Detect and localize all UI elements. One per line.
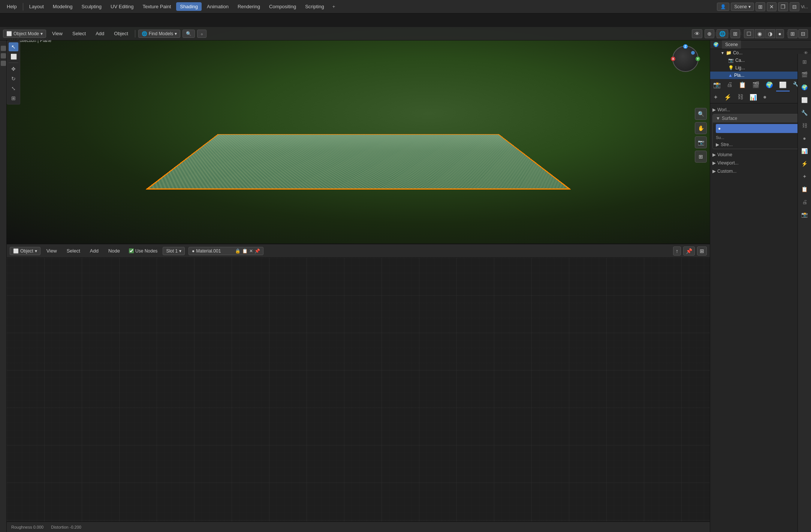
menu-animation[interactable]: Animation xyxy=(203,2,232,11)
scene-section[interactable]: ▶ Worl... xyxy=(712,106,809,114)
nav-y-axis[interactable]: Y xyxy=(696,57,700,61)
world-props-icon[interactable]: 🌍 xyxy=(763,79,776,91)
active-material-bar[interactable]: ● xyxy=(716,124,805,133)
material-props-icon[interactable]: ● xyxy=(760,91,770,103)
strip-icon-10[interactable]: ✦ xyxy=(800,172,810,181)
strip-icon-6[interactable]: ⛓ xyxy=(800,121,810,130)
viewport-options-button[interactable]: ⬦ xyxy=(197,30,206,38)
navigation-orb[interactable]: Z X Y xyxy=(672,46,702,76)
viewport-snap-button[interactable]: 🌐 xyxy=(717,29,728,38)
wireframe-mode-button[interactable]: ☐ xyxy=(744,29,754,38)
node-select-menu[interactable]: Select xyxy=(63,247,84,255)
rotate-tool[interactable]: ↻ xyxy=(9,74,18,83)
menu-sculpting[interactable]: Sculpting xyxy=(78,2,105,11)
move-tool[interactable]: ✥ xyxy=(9,64,18,73)
menu-uv-editing[interactable]: UV Editing xyxy=(107,2,137,11)
scene-props-icon[interactable]: 🎬 xyxy=(749,79,763,91)
node-add-menu[interactable]: Add xyxy=(86,247,102,255)
menu-plus[interactable]: + xyxy=(329,2,338,11)
rendered-mode-button[interactable]: ● xyxy=(776,29,784,38)
strip-icon-9[interactable]: ⚡ xyxy=(800,159,810,169)
strip-icon-2[interactable]: 🎬 xyxy=(800,70,810,79)
viewport-extra-2[interactable]: ⊟ xyxy=(798,29,808,38)
pan-button[interactable]: ✋ xyxy=(695,122,707,134)
strip-icon-5[interactable]: 🔧 xyxy=(800,108,810,118)
surface-section-header[interactable]: ▼ Surface xyxy=(713,114,808,123)
menu-rendering[interactable]: Rendering xyxy=(234,2,264,11)
viewport-select-menu[interactable]: Select xyxy=(69,29,90,38)
custom-section[interactable]: ▶ Custom... xyxy=(712,167,809,175)
menu-modeling[interactable]: Modeling xyxy=(49,2,76,11)
search-viewport-button[interactable]: 🔍 xyxy=(183,30,195,38)
slot-selector[interactable]: Slot 1 ▾ xyxy=(163,247,185,255)
tree-light-item[interactable]: 💡 Lig... 👁 xyxy=(710,64,811,72)
viewport-view-menu[interactable]: View xyxy=(48,29,66,38)
close-window-button[interactable]: ✕ xyxy=(767,2,777,11)
viewport-display-button[interactable]: 👁 xyxy=(692,29,702,38)
tool-btn-2[interactable] xyxy=(1,53,6,58)
strip-icon-3[interactable]: 🌍 xyxy=(800,82,810,92)
object-data-2-icon[interactable]: 📊 xyxy=(747,91,760,103)
strip-icon-1[interactable]: ⊞ xyxy=(800,57,810,67)
render-props-icon[interactable]: 📸 xyxy=(710,79,724,91)
menu-layout[interactable]: Layout xyxy=(25,2,48,11)
strip-icon-8[interactable]: 📊 xyxy=(800,146,810,156)
solid-mode-button[interactable]: ◉ xyxy=(755,29,765,38)
viewport-overlay-button[interactable]: ⊕ xyxy=(705,29,714,38)
menu-scripting[interactable]: Scripting xyxy=(301,2,328,11)
grid-button[interactable]: ⊞ xyxy=(695,151,707,163)
node-editor-layout-button[interactable]: ⊞ xyxy=(697,247,707,256)
nav-x-axis[interactable]: X xyxy=(671,57,675,61)
viewport-add-menu[interactable]: Add xyxy=(92,29,108,38)
3d-viewport[interactable]: User Perspective (1) Collection | Plane … xyxy=(7,27,710,244)
object-data-props-icon[interactable]: ⬜ xyxy=(776,79,790,91)
viewport-object-menu[interactable]: Object xyxy=(110,29,132,38)
tool-btn-1[interactable] xyxy=(1,46,6,51)
find-models-dropdown[interactable]: 🌐 Find Models ▾ xyxy=(138,30,180,38)
stretch-section[interactable]: ▶ Stre... xyxy=(713,140,808,149)
nav-z-axis[interactable]: Z xyxy=(683,44,688,49)
user-account-button[interactable]: 👤 xyxy=(717,3,729,11)
node-editor-object-type[interactable]: ⬜ Object ▾ xyxy=(10,247,40,255)
viewport-extra-1[interactable]: ⊞ xyxy=(788,29,798,38)
constraints-props-icon[interactable]: ⛓ xyxy=(735,91,747,103)
object-mode-dropdown[interactable]: ⬜ Object Mode ▾ xyxy=(3,30,46,38)
node-editor-pin-button[interactable]: 📌 xyxy=(683,247,695,256)
node-node-menu[interactable]: Node xyxy=(105,247,124,255)
su-row[interactable]: Su... xyxy=(713,134,808,140)
node-editor[interactable]: ⬜ Object ▾ View Select Add Node Use Node… xyxy=(7,244,710,532)
restore-button[interactable]: ❐ xyxy=(778,2,788,11)
node-editor-up-button[interactable]: ↑ xyxy=(673,247,681,256)
viewport-render-mode-button[interactable]: ⊞ xyxy=(730,29,740,38)
scale-tool[interactable]: ⤡ xyxy=(9,84,18,93)
box-select-tool[interactable]: ⬜ xyxy=(9,52,18,61)
material-close-icon[interactable]: ✕ xyxy=(249,248,253,254)
output-props-icon[interactable]: 🖨 xyxy=(724,79,736,91)
area-options-button[interactable]: ⊟ xyxy=(790,2,799,11)
use-nodes-checkbox[interactable] xyxy=(129,248,134,253)
material-selector[interactable]: ● Material.001 🔒 📋 ✕ 📌 xyxy=(189,247,263,255)
tree-plane-item[interactable]: ▲ Pla... 👁 xyxy=(710,72,811,79)
scene-selector[interactable]: Scene ▾ xyxy=(731,3,754,11)
strip-icon-13[interactable]: 📸 xyxy=(800,210,810,220)
strip-icon-12[interactable]: 🖨 xyxy=(800,197,810,207)
select-tool-button[interactable]: ↖ xyxy=(9,42,18,51)
tree-camera-item[interactable]: 📷 Ca... 👁 xyxy=(710,57,811,64)
strip-icon-11[interactable]: 📋 xyxy=(800,184,810,194)
physics-props-icon[interactable]: ⚡ xyxy=(721,91,735,103)
menu-help[interactable]: Help xyxy=(3,2,21,11)
particles-props-icon[interactable]: ✦ xyxy=(710,91,721,103)
menu-shading[interactable]: Shading xyxy=(176,2,202,11)
viewport-section[interactable]: ▶ Viewport... xyxy=(712,159,809,167)
tree-collection-item[interactable]: ▼ 📁 Co... 👁 xyxy=(710,49,811,57)
menu-texture-paint[interactable]: Texture Paint xyxy=(139,2,175,11)
tool-btn-3[interactable] xyxy=(1,61,6,66)
view-layer-props-icon[interactable]: 📋 xyxy=(736,79,749,91)
volume-section[interactable]: ▶ Volume xyxy=(712,151,809,159)
strip-icon-4[interactable]: ⬜ xyxy=(800,95,810,105)
node-view-menu[interactable]: View xyxy=(43,247,61,255)
transform-tool[interactable]: ⊞ xyxy=(9,94,18,103)
menu-compositing[interactable]: Compositing xyxy=(265,2,300,11)
node-canvas[interactable]: Principled BSDF BSDF GGX ▾ xyxy=(7,258,710,532)
nav-persp-dot[interactable] xyxy=(691,51,695,55)
